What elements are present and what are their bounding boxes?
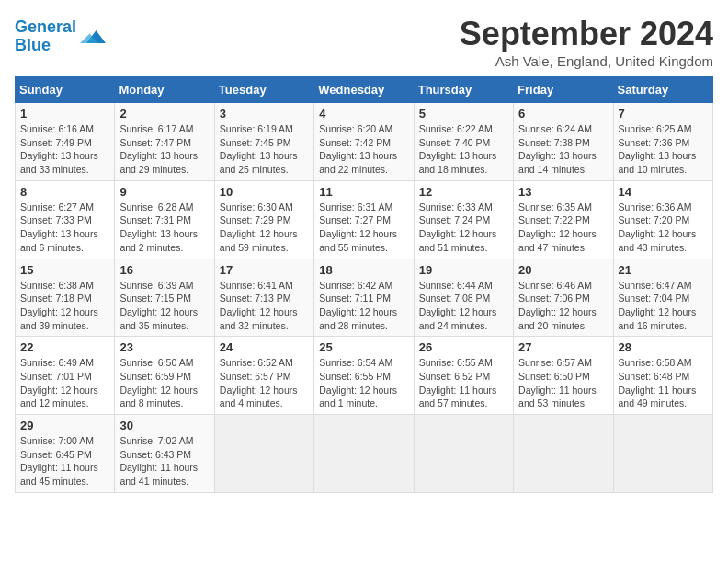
calendar-cell-empty-w4d2 — [214, 415, 313, 493]
location: Ash Vale, England, United Kingdom — [460, 53, 713, 69]
calendar-cell-13: 13Sunrise: 6:35 AMSunset: 7:22 PMDayligh… — [514, 180, 613, 259]
calendar-week-1: 1Sunrise: 6:16 AMSunset: 7:49 PMDaylight… — [16, 103, 713, 181]
calendar-cell-23: 23Sunrise: 6:50 AMSunset: 6:59 PMDayligh… — [115, 337, 214, 415]
calendar-cell-empty-w4d3 — [314, 415, 414, 493]
calendar-cell-15: 15Sunrise: 6:38 AMSunset: 7:18 PMDayligh… — [16, 259, 115, 337]
month-title: September 2024 — [460, 15, 713, 53]
calendar-cell-30: 30Sunrise: 7:02 AMSunset: 6:43 PMDayligh… — [115, 415, 214, 493]
calendar-cell-empty-w4d5 — [514, 415, 613, 493]
calendar-week-4: 22Sunrise: 6:49 AMSunset: 7:01 PMDayligh… — [16, 337, 713, 415]
calendar-cell-3: 3Sunrise: 6:19 AMSunset: 7:45 PMDaylight… — [214, 103, 313, 181]
header-friday: Friday — [514, 77, 613, 103]
calendar-week-5: 29Sunrise: 7:00 AMSunset: 6:45 PMDayligh… — [16, 415, 713, 493]
header-thursday: Thursday — [414, 77, 513, 103]
calendar-cell-6: 6Sunrise: 6:24 AMSunset: 7:38 PMDaylight… — [514, 103, 613, 181]
calendar-cell-empty-w4d4 — [414, 415, 513, 493]
header-tuesday: Tuesday — [214, 77, 313, 103]
calendar-cell-19: 19Sunrise: 6:44 AMSunset: 7:08 PMDayligh… — [414, 259, 513, 337]
calendar-cell-22: 22Sunrise: 6:49 AMSunset: 7:01 PMDayligh… — [16, 337, 115, 415]
calendar-cell-9: 9Sunrise: 6:28 AMSunset: 7:31 PMDaylight… — [115, 180, 214, 259]
calendar-table: Sunday Monday Tuesday Wednesday Thursday… — [15, 76, 713, 493]
calendar-cell-8: 8Sunrise: 6:27 AMSunset: 7:33 PMDaylight… — [16, 180, 115, 259]
header-saturday: Saturday — [613, 77, 712, 103]
calendar-cell-26: 26Sunrise: 6:55 AMSunset: 6:52 PMDayligh… — [414, 337, 513, 415]
calendar-cell-1: 1Sunrise: 6:16 AMSunset: 7:49 PMDaylight… — [16, 103, 115, 181]
logo: GeneralBlue — [15, 18, 106, 55]
calendar-cell-5: 5Sunrise: 6:22 AMSunset: 7:40 PMDaylight… — [414, 103, 513, 181]
calendar-cell-29: 29Sunrise: 7:00 AMSunset: 6:45 PMDayligh… — [16, 415, 115, 493]
calendar-cell-18: 18Sunrise: 6:42 AMSunset: 7:11 PMDayligh… — [314, 259, 414, 337]
logo-text: GeneralBlue — [15, 18, 76, 55]
calendar-week-2: 8Sunrise: 6:27 AMSunset: 7:33 PMDaylight… — [16, 180, 713, 259]
calendar-cell-empty-w4d6 — [613, 415, 712, 493]
page-header: GeneralBlue September 2024 Ash Vale, Eng… — [15, 15, 713, 69]
calendar-cell-17: 17Sunrise: 6:41 AMSunset: 7:13 PMDayligh… — [214, 259, 313, 337]
calendar-cell-27: 27Sunrise: 6:57 AMSunset: 6:50 PMDayligh… — [514, 337, 613, 415]
title-block: September 2024 Ash Vale, England, United… — [460, 15, 713, 69]
header-wednesday: Wednesday — [314, 77, 414, 103]
calendar-cell-24: 24Sunrise: 6:52 AMSunset: 6:57 PMDayligh… — [214, 337, 313, 415]
days-header-row: Sunday Monday Tuesday Wednesday Thursday… — [16, 77, 713, 103]
calendar-cell-2: 2Sunrise: 6:17 AMSunset: 7:47 PMDaylight… — [115, 103, 214, 181]
calendar-cell-28: 28Sunrise: 6:58 AMSunset: 6:48 PMDayligh… — [613, 337, 712, 415]
logo-icon — [80, 24, 106, 50]
calendar-cell-21: 21Sunrise: 6:47 AMSunset: 7:04 PMDayligh… — [613, 259, 712, 337]
header-monday: Monday — [115, 77, 214, 103]
calendar-cell-10: 10Sunrise: 6:30 AMSunset: 7:29 PMDayligh… — [214, 180, 313, 259]
calendar-cell-25: 25Sunrise: 6:54 AMSunset: 6:55 PMDayligh… — [314, 337, 414, 415]
calendar-cell-11: 11Sunrise: 6:31 AMSunset: 7:27 PMDayligh… — [314, 180, 414, 259]
calendar-cell-12: 12Sunrise: 6:33 AMSunset: 7:24 PMDayligh… — [414, 180, 513, 259]
calendar-cell-16: 16Sunrise: 6:39 AMSunset: 7:15 PMDayligh… — [115, 259, 214, 337]
calendar-cell-7: 7Sunrise: 6:25 AMSunset: 7:36 PMDaylight… — [613, 103, 712, 181]
header-sunday: Sunday — [16, 77, 115, 103]
calendar-cell-20: 20Sunrise: 6:46 AMSunset: 7:06 PMDayligh… — [514, 259, 613, 337]
calendar-week-3: 15Sunrise: 6:38 AMSunset: 7:18 PMDayligh… — [16, 259, 713, 337]
calendar-cell-4: 4Sunrise: 6:20 AMSunset: 7:42 PMDaylight… — [314, 103, 414, 181]
calendar-cell-14: 14Sunrise: 6:36 AMSunset: 7:20 PMDayligh… — [613, 180, 712, 259]
